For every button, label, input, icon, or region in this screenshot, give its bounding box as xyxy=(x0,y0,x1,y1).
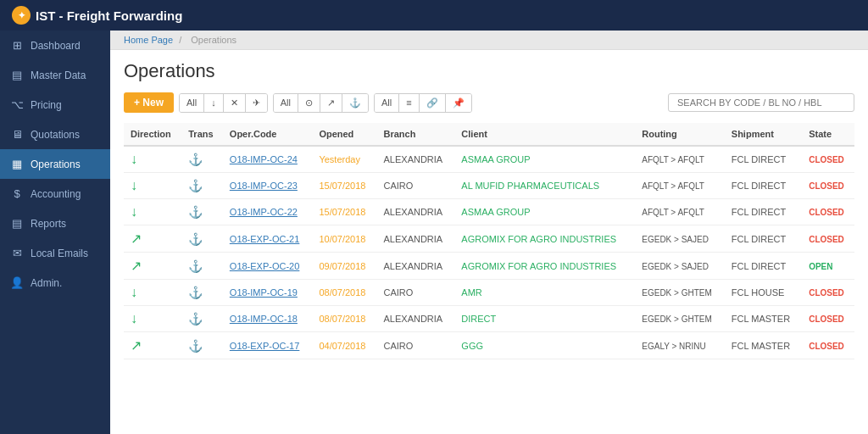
sidebar-label-quotations: Quotations xyxy=(31,129,80,141)
direction-cell: ↗ xyxy=(124,225,181,253)
filter-all-3[interactable]: All xyxy=(375,94,399,112)
shipment-value: FCL DIRECT xyxy=(732,234,786,244)
client-value: AGROMIX FOR AGRO INDUSTRIES xyxy=(461,234,616,244)
filter-air[interactable]: ✈ xyxy=(246,94,267,112)
search-input[interactable] xyxy=(668,93,854,112)
filter-anchor[interactable]: ⚓ xyxy=(342,94,368,112)
routing-value: AFQLT > AFQLT xyxy=(642,181,704,191)
new-button[interactable]: + New xyxy=(124,92,174,113)
direction-icon: ↗ xyxy=(131,259,142,273)
direction-cell: ↓ xyxy=(124,306,181,332)
sidebar-item-admin[interactable]: 👤 Admin. xyxy=(0,268,110,298)
client-cell: ASMAA GROUP xyxy=(454,146,635,173)
routing-value: AFQLT > AFQLT xyxy=(642,208,704,217)
sidebar-label-operations: Operations xyxy=(31,159,81,170)
sidebar-label-dashboard: Dashboard xyxy=(31,40,81,52)
filter-all-2[interactable]: All xyxy=(274,94,298,112)
table-row[interactable]: ↓ ⚓ O18-IMP-OC-24 Yesterday ALEXANDRIA A… xyxy=(124,146,854,173)
sidebar-item-dashboard[interactable]: ⊞ Dashboard xyxy=(0,31,110,60)
sidebar-item-accounting[interactable]: $ Accounting xyxy=(0,179,110,209)
filter-link[interactable]: 🔗 xyxy=(420,94,446,112)
routing-cell: EGEDK > SAJED xyxy=(635,253,725,280)
state-badge: CLOSED xyxy=(809,208,844,217)
opened-cell: Yesterday xyxy=(312,146,376,173)
filter-all-1[interactable]: All xyxy=(180,94,204,112)
filter-arrow[interactable]: ↗ xyxy=(320,94,342,112)
trans-cell: ⚓ xyxy=(181,332,223,359)
sidebar-item-local-emails[interactable]: ✉ Local Emails xyxy=(0,238,110,268)
direction-cell: ↗ xyxy=(124,253,181,280)
opened-cell: 15/07/2018 xyxy=(312,199,376,225)
filter-sea[interactable]: ⊙ xyxy=(298,94,320,112)
col-header-oper-code: Oper.Code xyxy=(223,123,313,146)
routing-value: EGEDK > SAJED xyxy=(642,235,709,244)
shipment-value: FCL HOUSE xyxy=(732,287,785,298)
oper-code-cell: O18-EXP-OC-21 xyxy=(223,225,313,253)
oper-code-cell: O18-EXP-OC-17 xyxy=(223,332,313,359)
filter-list[interactable]: ≡ xyxy=(399,94,419,112)
oper-code-link[interactable]: O18-IMP-OC-18 xyxy=(230,314,298,324)
routing-value: EGEDK > GHTEM xyxy=(642,314,712,324)
sidebar-item-operations[interactable]: ▦ Operations xyxy=(0,149,110,179)
direction-icon: ↓ xyxy=(131,178,137,192)
opened-date: 08/07/2018 xyxy=(319,287,365,298)
col-header-branch: Branch xyxy=(377,123,455,146)
opened-date: Yesterday xyxy=(319,154,360,164)
oper-code-link[interactable]: O18-IMP-OC-24 xyxy=(230,154,298,164)
state-badge: CLOSED xyxy=(809,155,844,164)
sidebar-item-reports[interactable]: ▤ Reports xyxy=(0,209,110,238)
opened-cell: 15/07/2018 xyxy=(312,173,376,199)
table-row[interactable]: ↓ ⚓ O18-IMP-OC-18 08/07/2018 ALEXANDRIA … xyxy=(124,306,854,332)
sidebar-label-admin: Admin. xyxy=(31,277,62,289)
table-row[interactable]: ↗ ⚓ O18-EXP-OC-17 04/07/2018 CAIRO GGG E… xyxy=(124,332,854,359)
oper-code-link[interactable]: O18-IMP-OC-22 xyxy=(230,207,298,217)
opened-cell: 08/07/2018 xyxy=(312,306,376,332)
oper-code-link[interactable]: O18-EXP-OC-20 xyxy=(230,261,300,271)
sidebar-item-quotations[interactable]: 🖥 Quotations xyxy=(0,120,110,149)
table-row[interactable]: ↓ ⚓ O18-IMP-OC-19 08/07/2018 CAIRO AMR E… xyxy=(124,280,854,306)
shipment-cell: FCL HOUSE xyxy=(725,280,802,306)
branch-value: ALEXANDRIA xyxy=(384,154,443,164)
direction-cell: ↓ xyxy=(124,173,181,199)
client-value: DIRECT xyxy=(461,314,496,324)
table-row[interactable]: ↓ ⚓ O18-IMP-OC-23 15/07/2018 CAIRO AL MU… xyxy=(124,173,854,199)
sidebar: ⊞ Dashboard▤ Master Data⌥ Pricing🖥 Quota… xyxy=(0,31,110,434)
trans-cell: ⚓ xyxy=(181,280,223,306)
oper-code-cell: O18-IMP-OC-19 xyxy=(223,280,313,306)
sidebar-item-master-data[interactable]: ▤ Master Data xyxy=(0,60,110,90)
filter-export[interactable]: ✕ xyxy=(224,94,246,112)
oper-code-link[interactable]: O18-EXP-OC-17 xyxy=(230,341,300,351)
client-value: ASMAA GROUP xyxy=(461,154,530,164)
routing-cell: EGALY > NRINU xyxy=(635,332,725,359)
shipment-cell: FCL DIRECT xyxy=(725,146,802,173)
breadcrumb-home[interactable]: Home Page xyxy=(124,35,173,45)
oper-code-link[interactable]: O18-EXP-OC-21 xyxy=(230,234,300,244)
branch-value: CAIRO xyxy=(384,341,414,351)
branch-value: ALEXANDRIA xyxy=(384,314,443,324)
reports-icon: ▤ xyxy=(10,217,24,230)
table-row[interactable]: ↗ ⚓ O18-EXP-OC-21 10/07/2018 ALEXANDRIA … xyxy=(124,225,854,253)
filter-import[interactable]: ↓ xyxy=(204,94,224,112)
oper-code-link[interactable]: O18-IMP-OC-19 xyxy=(230,287,298,298)
client-value: AGROMIX FOR AGRO INDUSTRIES xyxy=(461,261,616,271)
breadcrumb: Home Page / Operations xyxy=(110,31,868,50)
trans-cell: ⚓ xyxy=(181,173,223,199)
oper-code-link[interactable]: O18-IMP-OC-23 xyxy=(230,181,298,191)
sidebar-item-pricing[interactable]: ⌥ Pricing xyxy=(0,90,110,120)
table-row[interactable]: ↓ ⚓ O18-IMP-OC-22 15/07/2018 ALEXANDRIA … xyxy=(124,199,854,225)
state-cell: CLOSED xyxy=(802,146,854,173)
state-cell: CLOSED xyxy=(802,199,854,225)
filter-pin[interactable]: 📌 xyxy=(446,94,471,112)
pricing-icon: ⌥ xyxy=(10,98,24,111)
branch-cell: CAIRO xyxy=(377,173,455,199)
opened-date: 15/07/2018 xyxy=(319,181,365,191)
table-row[interactable]: ↗ ⚓ O18-EXP-OC-20 09/07/2018 ALEXANDRIA … xyxy=(124,253,854,280)
state-cell: OPEN xyxy=(802,253,854,280)
opened-cell: 04/07/2018 xyxy=(312,332,376,359)
sidebar-label-pricing: Pricing xyxy=(31,99,62,111)
anchor-icon: ⚓ xyxy=(188,312,203,326)
routing-cell: EGEDK > GHTEM xyxy=(635,280,725,306)
state-badge: OPEN xyxy=(809,262,832,271)
state-cell: CLOSED xyxy=(802,280,854,306)
filter-group-2: All ⊙ ↗ ⚓ xyxy=(273,93,369,113)
